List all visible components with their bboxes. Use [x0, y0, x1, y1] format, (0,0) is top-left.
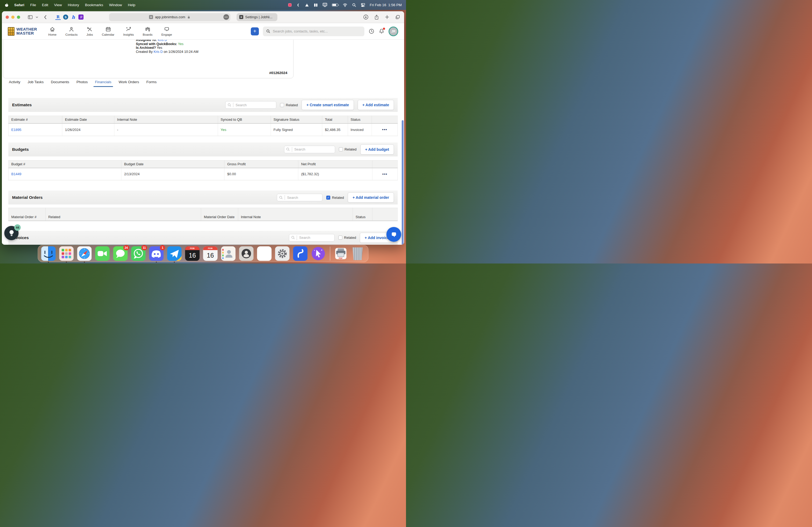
budgets-search-input[interactable] — [292, 147, 335, 151]
material-orders-related-toggle[interactable]: Related — [326, 196, 344, 200]
tab-activity[interactable]: Activity — [9, 80, 20, 84]
spotlight-statusicon[interactable] — [352, 3, 356, 7]
material-orders-search[interactable] — [277, 194, 322, 201]
col-material-order-date[interactable]: Material Order Date — [201, 208, 238, 221]
add-estimate-button[interactable]: + Add estimate — [358, 100, 394, 110]
invoices-related-toggle[interactable]: Related — [338, 236, 356, 240]
dock-calendar[interactable]: FEB 16 — [203, 246, 218, 261]
display-statusicon[interactable] — [322, 3, 327, 7]
dock-discord[interactable]: 1 — [149, 246, 163, 261]
related-checkbox-checked[interactable] — [326, 196, 330, 200]
chat-launcher[interactable] — [387, 227, 401, 242]
menubar-item-bookmarks[interactable]: Bookmarks — [85, 3, 103, 7]
budgets-related-toggle[interactable]: Related — [339, 147, 357, 151]
dock-system-settings[interactable] — [275, 246, 289, 261]
col-status[interactable]: Status — [353, 208, 372, 221]
col-status[interactable]: Status — [348, 116, 372, 124]
col-gross-profit[interactable]: Gross Profit — [224, 160, 298, 168]
bookmark-favicon-r2[interactable]: R — [78, 15, 84, 19]
related-checkbox[interactable] — [339, 147, 343, 151]
col-related[interactable]: Related — [45, 208, 201, 221]
dock-contacts[interactable] — [221, 246, 235, 261]
related-checkbox[interactable] — [338, 236, 342, 240]
col-budget-date[interactable]: Budget Date — [121, 160, 224, 168]
global-search[interactable] — [263, 27, 364, 36]
col-internal-note[interactable]: Internal Note — [238, 208, 352, 221]
weathermaster-logo[interactable]: WEATHER MASTER — [8, 27, 37, 36]
back-button[interactable] — [44, 15, 47, 20]
budget-row[interactable]: B1449 2/13/2024 $0.00 ($1,782.32) ••• — [9, 168, 398, 180]
assigned-user-link[interactable]: Kris D — [158, 40, 167, 42]
col-signature-status[interactable]: Signature Status — [271, 116, 322, 124]
menubar-item-file[interactable]: File — [30, 3, 36, 7]
budgets-search[interactable] — [284, 146, 335, 153]
shell-statusicon[interactable] — [296, 3, 300, 7]
menubar-item-help[interactable]: Help — [128, 3, 135, 7]
close-window-button[interactable] — [6, 16, 9, 19]
col-net-profit[interactable]: Net Profit — [298, 160, 372, 168]
menubar-item-history[interactable]: History — [68, 3, 79, 7]
nav-item-home[interactable]: Home — [48, 26, 57, 36]
pink-app-statusicon[interactable] — [288, 3, 292, 7]
add-budget-button[interactable]: + Add budget — [360, 144, 394, 154]
user-avatar[interactable]: JR — [389, 27, 398, 36]
create-smart-estimate-button[interactable]: + Create smart estimate — [302, 100, 354, 110]
col-estimate-number[interactable]: Estimate # — [9, 116, 62, 124]
col-material-order-number[interactable]: Material Order # — [9, 208, 46, 221]
dock-notes[interactable] — [257, 246, 272, 261]
budget-row-menu[interactable]: ••• — [372, 168, 397, 180]
menubar-app-name[interactable]: Safari — [14, 3, 25, 7]
bookmark-favicon-r[interactable]: R — [55, 15, 61, 20]
bookmark-favicon-s[interactable]: S — [63, 15, 68, 19]
menubar-clock[interactable]: Fri Feb 16 1:56 PM — [370, 3, 402, 7]
material-orders-search-input[interactable] — [285, 196, 322, 200]
background-tab[interactable]: ✕ Settings | JobNi... — [236, 13, 277, 21]
help-launcher[interactable]: 44 — [4, 226, 18, 240]
dock-cursor-app[interactable] — [311, 246, 325, 261]
estimates-search[interactable] — [225, 101, 276, 109]
quick-add-button[interactable]: + — [251, 27, 259, 35]
add-material-order-button[interactable]: + Add material order — [348, 192, 394, 202]
control-center-statusicon[interactable] — [361, 3, 365, 7]
bookmark-favicon-h[interactable]: h — [71, 15, 76, 20]
notifications-bell-icon[interactable] — [379, 28, 385, 34]
dock-facetime[interactable] — [95, 246, 110, 261]
split-window-statusicon[interactable] — [314, 3, 318, 7]
page-scrollbar[interactable] — [402, 120, 404, 245]
battery-statusicon[interactable] — [332, 3, 338, 6]
estimate-row[interactable]: E1895 1/26/2024 - Yes Fully Signed $2,48… — [9, 123, 398, 136]
global-search-input[interactable] — [273, 29, 361, 33]
col-total[interactable]: Total — [322, 116, 348, 124]
nav-item-calendar[interactable]: Calendar — [102, 26, 114, 36]
nav-item-boards[interactable]: Boards — [143, 26, 153, 36]
downloads-icon[interactable] — [363, 14, 369, 20]
estimates-related-toggle[interactable]: Related — [280, 103, 298, 107]
nav-item-jobs[interactable]: Jobs — [86, 26, 93, 36]
col-estimate-date[interactable]: Estimate Date — [62, 116, 114, 124]
sidebar-toggle-icon[interactable] — [27, 15, 33, 20]
menubar-item-window[interactable]: Window — [109, 3, 122, 7]
col-internal-note[interactable]: Internal Note — [114, 116, 218, 124]
tab-overview-icon[interactable] — [395, 15, 400, 20]
menubar-item-edit[interactable]: Edit — [42, 3, 48, 7]
page-settings-icon[interactable]: ••• — [223, 14, 229, 20]
invoices-search-input[interactable] — [297, 236, 334, 240]
dock-launchpad[interactable] — [59, 246, 74, 261]
col-budget-number[interactable]: Budget # — [9, 160, 121, 168]
apple-menu-icon[interactable] — [4, 3, 8, 7]
zoom-window-button[interactable] — [17, 16, 20, 19]
share-icon[interactable] — [374, 14, 379, 20]
tab-documents[interactable]: Documents — [51, 80, 69, 84]
tab-photos[interactable]: Photos — [76, 80, 88, 84]
wifi-statusicon[interactable] — [343, 3, 347, 7]
created-by-link[interactable]: Kris D — [154, 50, 163, 54]
dock-blue-wave-app[interactable] — [293, 246, 307, 261]
dock-finder[interactable] — [41, 246, 56, 261]
estimates-search-input[interactable] — [233, 103, 276, 107]
dock-whatsapp[interactable]: 11 — [131, 246, 146, 261]
dock-safari[interactable] — [77, 246, 91, 261]
dock-trash[interactable] — [350, 246, 365, 261]
history-icon[interactable] — [368, 28, 375, 34]
budget-link[interactable]: B1449 — [11, 172, 21, 176]
dock-pdf-printer[interactable]: PDF — [335, 246, 347, 261]
